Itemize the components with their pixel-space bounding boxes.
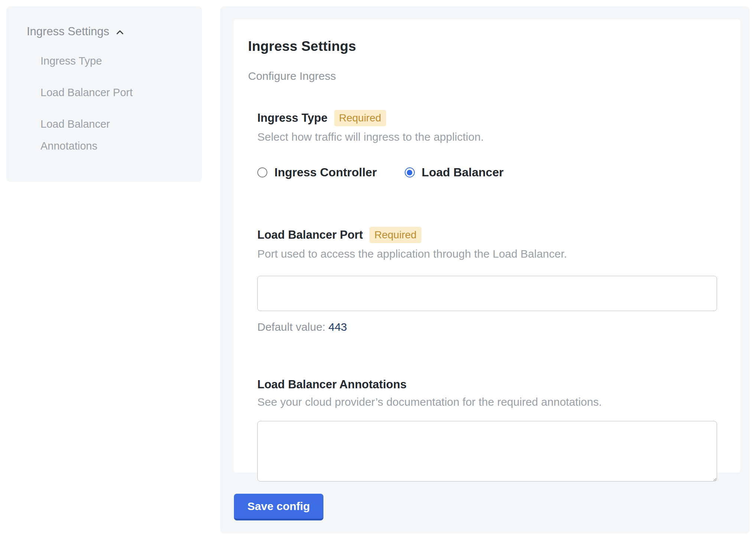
lb-annotations-help: See your cloud provider’s documentation … [257, 396, 717, 408]
lb-port-help: Port used to access the application thro… [257, 248, 717, 260]
required-badge: Required [334, 110, 386, 126]
sidebar-group-ingress-settings[interactable]: Ingress Settings [27, 24, 187, 39]
radio-load-balancer[interactable]: Load Balancer [405, 166, 504, 179]
default-value: 443 [328, 321, 347, 333]
sidebar-item-ingress-type[interactable]: Ingress Type [40, 50, 152, 72]
ingress-type-options: Ingress Controller Load Balancer [257, 166, 717, 179]
section-load-balancer-port: Load Balancer Port Required Port used to… [257, 227, 717, 333]
page-subtitle: Configure Ingress [248, 70, 726, 82]
radio-label-ingress-controller[interactable]: Ingress Controller [274, 166, 377, 179]
sidebar-group-label: Ingress Settings [27, 24, 109, 39]
settings-sidebar: Ingress Settings Ingress Type Load Balan… [6, 6, 202, 182]
ingress-type-help: Select how traffic will ingress to the a… [257, 131, 717, 143]
lb-port-default-row: Default value:443 [257, 321, 717, 333]
section-load-balancer-annotations: Load Balancer Annotations See your cloud… [257, 378, 717, 481]
required-badge: Required [369, 227, 421, 243]
radio-selected-icon[interactable] [405, 167, 415, 177]
sidebar-nav-list: Ingress Type Load Balancer Port Load Bal… [40, 50, 187, 157]
radio-ingress-controller[interactable]: Ingress Controller [257, 166, 377, 179]
lb-annotations-textarea[interactable] [257, 421, 717, 481]
lb-port-title: Load Balancer Port [257, 228, 363, 242]
lb-port-input[interactable] [257, 276, 717, 311]
sidebar-item-load-balancer-port[interactable]: Load Balancer Port [40, 82, 152, 104]
default-label: Default value: [257, 321, 325, 333]
radio-label-load-balancer[interactable]: Load Balancer [422, 166, 504, 179]
section-ingress-type: Ingress Type Required Select how traffic… [257, 110, 717, 179]
chevron-up-icon [114, 27, 126, 38]
ingress-settings-card: Ingress Settings Configure Ingress Ingre… [234, 19, 740, 473]
config-main-panel: Ingress Settings Configure Ingress Ingre… [220, 6, 750, 533]
page-title: Ingress Settings [248, 39, 726, 54]
radio-unselected-icon[interactable] [257, 167, 267, 177]
save-config-button[interactable]: Save config [234, 494, 323, 520]
lb-annotations-title: Load Balancer Annotations [257, 378, 407, 391]
sidebar-item-load-balancer-annotations[interactable]: Load Balancer Annotations [40, 113, 152, 157]
ingress-type-title: Ingress Type [257, 111, 328, 125]
